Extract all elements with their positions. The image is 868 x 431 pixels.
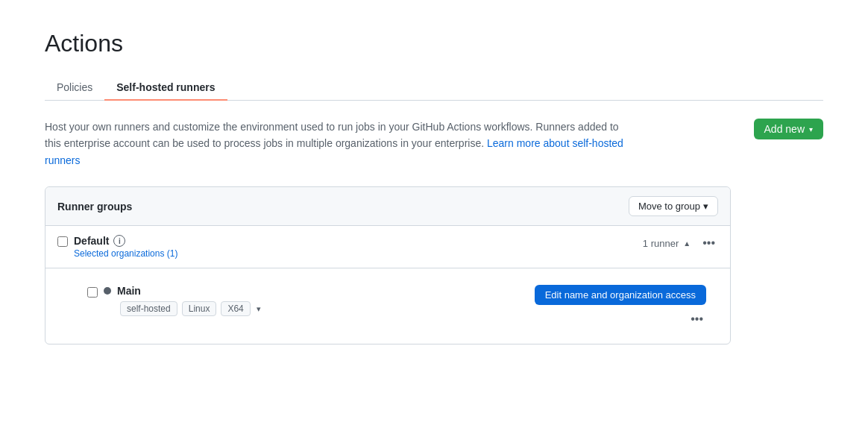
default-group-name: Default (74, 235, 109, 247)
runner-more-options-button[interactable]: ••• (688, 311, 706, 327)
tab-policies[interactable]: Policies (45, 75, 104, 101)
default-group-row-inner: Default i Selected organizations (1) 1 r… (57, 235, 718, 259)
tabs-bar: Policies Self-hosted runners (45, 75, 823, 101)
main-runner-name: Main (117, 285, 141, 297)
default-group-checkbox[interactable] (57, 236, 68, 247)
move-to-group-chevron-icon: ▾ (703, 201, 708, 212)
tab-self-hosted-runners[interactable]: Self-hosted runners (104, 75, 227, 101)
runner-group-row: Default i Selected organizations (1) 1 r… (45, 226, 730, 268)
status-dot-icon (104, 287, 111, 295)
runner-count: 1 runner ▲ (643, 238, 691, 249)
tag-linux: Linux (182, 301, 217, 316)
runner-groups-header: Runner groups Move to group ▾ (45, 187, 730, 226)
tag-self-hosted: self-hosted (120, 301, 177, 316)
expand-chevron-icon: ▲ (683, 239, 691, 248)
move-to-group-button[interactable]: Move to group ▾ (629, 196, 718, 216)
description-area: Host your own runners and customize the … (45, 119, 823, 169)
selected-orgs-text: Selected organizations (1) (74, 248, 177, 259)
runner-tags: self-hosted Linux X64 ▾ (120, 301, 262, 316)
add-new-button[interactable]: Add new ▾ (754, 119, 823, 139)
runner-row-main: Main self-hosted Linux X64 ▾ Edit name a… (45, 268, 730, 344)
runner-groups-title: Runner groups (57, 201, 132, 213)
description-text: Host your own runners and customize the … (45, 119, 626, 169)
runner-groups-box: Runner groups Move to group ▾ Default i … (45, 186, 731, 345)
main-runner-checkbox[interactable] (87, 287, 98, 298)
edit-name-org-access-button[interactable]: Edit name and organization access (535, 285, 706, 305)
tags-dropdown-button[interactable]: ▾ (255, 301, 262, 316)
info-icon: i (113, 235, 125, 247)
group-more-options-button[interactable]: ••• (699, 235, 718, 251)
page-title: Actions (45, 30, 823, 57)
tag-x64: X64 (221, 301, 250, 316)
add-new-chevron-icon: ▾ (809, 125, 813, 133)
